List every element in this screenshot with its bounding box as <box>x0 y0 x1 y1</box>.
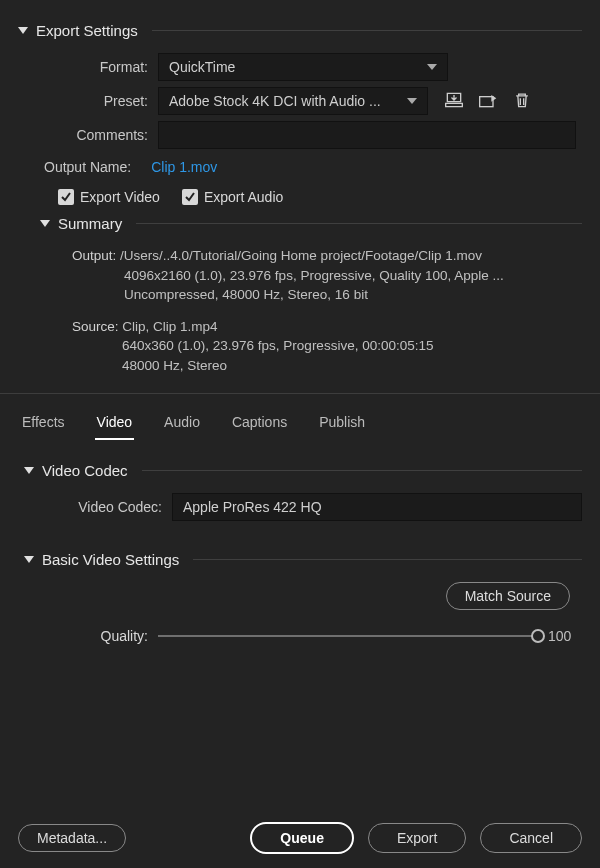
quality-label: Quality: <box>78 628 158 644</box>
chevron-down-icon <box>427 64 437 70</box>
export-settings-header[interactable]: Export Settings <box>18 22 582 39</box>
tab-video[interactable]: Video <box>95 410 135 440</box>
video-codec-title: Video Codec <box>42 462 128 479</box>
summary-output-line2: 4096x2160 (1.0), 23.976 fps, Progressive… <box>72 266 582 286</box>
format-value: QuickTime <box>169 59 235 75</box>
queue-button[interactable]: Queue <box>250 822 354 854</box>
summary-source-line3: 48000 Hz, Stereo <box>72 356 582 376</box>
divider <box>136 223 582 224</box>
export-video-label: Export Video <box>80 189 160 205</box>
summary-source-line2: 640x360 (1.0), 23.976 fps, Progressive, … <box>72 336 582 356</box>
divider <box>193 559 582 560</box>
comments-label: Comments: <box>48 127 158 143</box>
chevron-down-icon <box>407 98 417 104</box>
format-label: Format: <box>48 59 158 75</box>
preset-label: Preset: <box>48 93 158 109</box>
quality-value: 100 <box>548 628 582 644</box>
video-codec-value: Apple ProRes 422 HQ <box>183 499 322 515</box>
tab-captions[interactable]: Captions <box>230 410 289 440</box>
preset-select[interactable]: Adobe Stock 4K DCI with Audio ... <box>158 87 428 115</box>
bottom-bar: Metadata... Queue Export Cancel <box>18 822 582 854</box>
export-audio-checkbox[interactable]: Export Audio <box>182 189 283 205</box>
comments-input[interactable] <box>158 121 576 149</box>
summary-source-label: Source: <box>72 319 119 334</box>
slider-thumb-icon[interactable] <box>531 629 545 643</box>
preset-value: Adobe Stock 4K DCI with Audio ... <box>169 93 381 109</box>
collapse-triangle-icon <box>40 220 50 227</box>
output-name-link[interactable]: Clip 1.mov <box>151 159 217 175</box>
import-preset-icon[interactable] <box>478 91 498 112</box>
delete-preset-icon[interactable] <box>512 91 532 112</box>
summary-output-label: Output: <box>72 248 116 263</box>
save-preset-icon[interactable] <box>444 91 464 112</box>
collapse-triangle-icon <box>24 467 34 474</box>
summary-output-line3: Uncompressed, 48000 Hz, Stereo, 16 bit <box>72 285 582 305</box>
match-source-button[interactable]: Match Source <box>446 582 570 610</box>
summary-output: Output: /Users/..4.0/Tutorial/Going Home… <box>72 246 582 305</box>
tab-audio[interactable]: Audio <box>162 410 202 440</box>
summary-header[interactable]: Summary <box>40 215 582 232</box>
cancel-button[interactable]: Cancel <box>480 823 582 853</box>
divider <box>142 470 582 471</box>
tab-publish[interactable]: Publish <box>317 410 367 440</box>
video-codec-label: Video Codec: <box>62 499 172 515</box>
quality-slider[interactable] <box>158 635 538 637</box>
svg-rect-0 <box>480 96 493 106</box>
tab-bar: Effects Video Audio Captions Publish <box>18 394 582 440</box>
summary-source: Source: Clip, Clip 1.mp4 640x360 (1.0), … <box>72 317 582 376</box>
checkmark-icon <box>58 189 74 205</box>
collapse-triangle-icon <box>24 556 34 563</box>
summary-title: Summary <box>58 215 122 232</box>
video-codec-select[interactable]: Apple ProRes 422 HQ <box>172 493 582 521</box>
export-button[interactable]: Export <box>368 823 466 853</box>
collapse-triangle-icon <box>18 27 28 34</box>
basic-video-header[interactable]: Basic Video Settings <box>24 551 582 568</box>
summary-output-path: /Users/..4.0/Tutorial/Going Home project… <box>120 248 482 263</box>
export-video-checkbox[interactable]: Export Video <box>58 189 160 205</box>
divider <box>152 30 582 31</box>
output-name-label: Output Name: <box>44 159 141 175</box>
video-codec-header[interactable]: Video Codec <box>24 462 582 479</box>
export-settings-title: Export Settings <box>36 22 138 39</box>
export-audio-label: Export Audio <box>204 189 283 205</box>
checkmark-icon <box>182 189 198 205</box>
format-select[interactable]: QuickTime <box>158 53 448 81</box>
metadata-button[interactable]: Metadata... <box>18 824 126 852</box>
summary-source-name: Clip, Clip 1.mp4 <box>122 319 217 334</box>
tab-effects[interactable]: Effects <box>20 410 67 440</box>
basic-video-title: Basic Video Settings <box>42 551 179 568</box>
